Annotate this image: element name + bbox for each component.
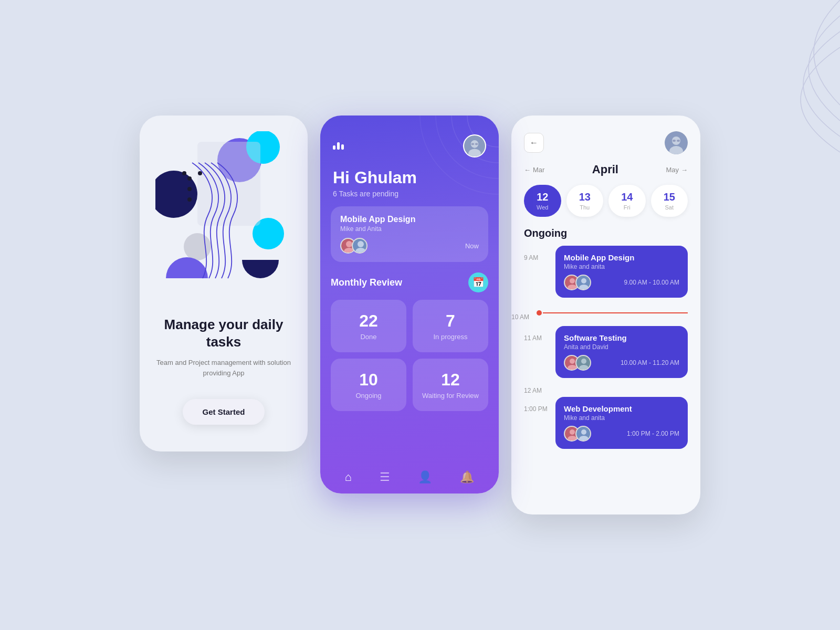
get-started-button[interactable]: Get Started <box>183 399 265 425</box>
featured-task-card[interactable]: Mobile App Design Mike and Anita Now <box>331 206 488 262</box>
back-button[interactable]: ← <box>524 133 544 153</box>
greeting-section: Hi Ghulam 6 Tasks are pending <box>320 158 499 198</box>
date-15-sat[interactable]: 15 Sat <box>651 185 688 217</box>
svg-point-7 <box>187 187 192 191</box>
date-num-15: 15 <box>651 191 688 203</box>
monthly-review-section: Monthly Review 📅 22 Done 7 In progress 1… <box>331 272 488 411</box>
svg-point-6 <box>187 176 192 181</box>
event-mobile-bottom: 9.00 AM - 10.00 AM <box>564 275 679 290</box>
event-card-web-dev[interactable]: Web Development Mike and anita 1:00 PM -… <box>555 397 688 449</box>
event-testing-assignees: Anita and David <box>564 343 679 351</box>
avatar-2 <box>352 238 368 254</box>
nav-document-icon[interactable]: ☰ <box>380 470 390 484</box>
current-time-line <box>543 312 688 313</box>
stat-waiting: 12 Waiting for Review <box>413 359 488 411</box>
date-14-fri[interactable]: 14 Fri <box>608 185 646 217</box>
bottom-nav: ⌂ ☰ 👤 🔔 <box>320 461 499 494</box>
nav-person-icon[interactable]: 👤 <box>418 470 432 484</box>
stats-grid: 22 Done 7 In progress 10 Ongoing 12 Wait… <box>331 300 488 411</box>
svg-rect-19 <box>475 143 478 145</box>
event-webdev-title: Web Development <box>564 404 679 413</box>
svg-rect-18 <box>471 143 474 145</box>
stat-inprogress-number: 7 <box>421 311 480 331</box>
svg-point-24 <box>358 241 364 247</box>
next-month-label: May <box>666 166 679 174</box>
time-label-10am-current: 10 AM <box>511 305 537 321</box>
current-time-indicator: 10 AM <box>511 302 700 324</box>
event-testing-timerange: 10.00 AM - 11.20 AM <box>621 359 679 366</box>
time-label-9am: 9 AM <box>524 246 549 261</box>
date-13-thu[interactable]: 13 Thu <box>566 185 604 217</box>
event-mobile-title: Mobile App Design <box>564 253 679 262</box>
tasks-pending-text: 6 Tasks are pending <box>333 190 486 198</box>
stat-ongoing-number: 10 <box>339 370 398 390</box>
stat-inprogress: 7 In progress <box>413 300 488 352</box>
screen-onboarding: Manage your daily tasks Team and Project… <box>140 116 308 452</box>
svg-point-47 <box>581 429 586 435</box>
stat-done-number: 22 <box>339 311 398 331</box>
menu-icon[interactable] <box>333 142 344 150</box>
nav-bell-icon[interactable]: 🔔 <box>460 470 474 484</box>
date-row: 12 Wed 13 Thu 14 Fri 15 Sat <box>511 176 700 217</box>
svg-point-10 <box>182 171 186 175</box>
svg-point-44 <box>570 429 575 435</box>
svg-point-32 <box>570 278 575 284</box>
task-assignees: Mike and Anita <box>340 225 479 233</box>
nav-home-icon[interactable]: ⌂ <box>345 470 352 484</box>
event-webdev-avatars <box>564 426 587 442</box>
event-avatar-2 <box>575 275 591 290</box>
svg-rect-29 <box>673 140 676 142</box>
time-slot-1pm: 1:00 PM Web Development Mike and anita <box>511 395 700 451</box>
user-avatar[interactable] <box>463 134 486 158</box>
date-day-thu: Thu <box>566 204 604 211</box>
stat-waiting-label: Waiting for Review <box>421 392 480 400</box>
time-label-area-1pm: 12 AM <box>511 382 700 395</box>
svg-point-4 <box>184 233 211 260</box>
date-day-fri: Fri <box>608 204 646 211</box>
date-12-wed[interactable]: 12 Wed <box>524 185 561 217</box>
calendar-user-avatar[interactable] <box>665 131 688 154</box>
calendar-header: ← <box>511 116 700 154</box>
next-month-button[interactable]: May → <box>666 166 688 174</box>
svg-point-38 <box>570 359 575 364</box>
date-day-sat: Sat <box>651 204 688 211</box>
onboarding-title: Manage your daily tasks <box>154 316 293 350</box>
screens-container: Manage your daily tasks Team and Project… <box>52 116 788 514</box>
svg-point-35 <box>581 278 586 284</box>
current-month: April <box>592 163 618 176</box>
event-webdev-assignees: Mike and anita <box>564 414 679 422</box>
event-testing-bottom: 10.00 AM - 11.20 AM <box>564 355 679 371</box>
ongoing-section-title: Ongoing <box>511 217 700 244</box>
monthly-review-header: Monthly Review 📅 <box>331 272 488 292</box>
event-testing-avatars <box>564 355 587 371</box>
event-avatar-4 <box>575 355 591 371</box>
time-slot-9am: 9 AM Mobile App Design Mike and anita <box>511 244 700 300</box>
calendar-icon-button[interactable]: 📅 <box>468 272 488 292</box>
svg-rect-30 <box>677 140 680 142</box>
date-num-13: 13 <box>566 191 604 203</box>
event-mobile-avatars <box>564 275 587 290</box>
screen-calendar: ← ← Mar April May → <box>511 116 700 514</box>
stat-waiting-number: 12 <box>421 370 480 390</box>
event-testing-title: Software Testing <box>564 333 679 342</box>
onboarding-subtitle: Team and Project management with solutio… <box>154 358 293 378</box>
prev-month-button[interactable]: ← Mar <box>524 166 544 174</box>
event-mobile-timerange: 9.00 AM - 10.00 AM <box>624 279 679 286</box>
svg-point-41 <box>581 359 586 364</box>
greeting-text: Hi Ghulam <box>333 168 486 187</box>
task-card-bottom: Now <box>340 238 479 254</box>
current-time-dot <box>537 310 542 316</box>
timeline: 9 AM Mobile App Design Mike and anita <box>511 244 700 514</box>
stat-inprogress-label: In progress <box>421 333 480 341</box>
event-webdev-bottom: 1:00 PM - 2.00 PM <box>564 426 679 442</box>
illustration <box>155 131 292 299</box>
event-webdev-timerange: 1:00 PM - 2.00 PM <box>627 430 679 437</box>
event-card-software-testing[interactable]: Software Testing Anita and David 10.00 A… <box>555 326 688 378</box>
time-label-12am: 12 AM <box>524 387 542 394</box>
date-num-14: 14 <box>608 191 646 203</box>
time-label-1pm: 1:00 PM <box>524 397 549 413</box>
task-avatars <box>340 238 363 254</box>
date-day-wed: Wed <box>524 204 561 211</box>
event-card-mobile-design[interactable]: Mobile App Design Mike and anita 9.00 AM… <box>555 246 688 298</box>
svg-point-8 <box>187 197 192 202</box>
